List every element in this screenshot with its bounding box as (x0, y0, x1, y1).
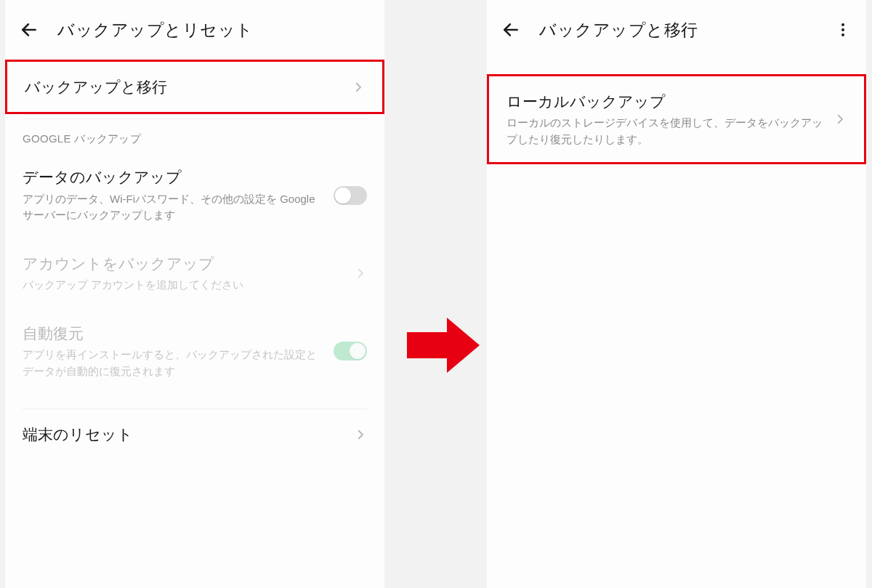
page-title: バックアップとリセット (57, 19, 370, 41)
row-local-backup[interactable]: ローカルバックアップ ローカルのストレージデバイスを使用して、データをバックアッ… (487, 74, 866, 164)
row-title: 端末のリセット (23, 424, 347, 445)
flow-arrow-icon (407, 316, 480, 374)
chevron-right-icon (354, 267, 367, 280)
header-bar: バックアップとリセット (5, 0, 384, 60)
svg-point-5 (841, 33, 844, 36)
row-title: データのバックアップ (23, 166, 326, 188)
chevron-right-icon (352, 81, 365, 94)
row-title: バックアップと移行 (25, 76, 344, 97)
back-arrow-icon[interactable] (20, 20, 39, 39)
row-title: アカウントをバックアップ (23, 253, 347, 274)
chevron-right-icon (354, 428, 367, 441)
screen-backup-migrate: バックアップと移行 ローカルバックアップ ローカルのストレージデバイスを使用して… (487, 0, 866, 588)
row-data-backup[interactable]: データのバックアップ アプリのデータ、Wi-Fiパスワード、その他の設定を Go… (5, 152, 384, 238)
row-device-reset[interactable]: 端末のリセット (5, 409, 384, 459)
row-backup-migrate[interactable]: バックアップと移行 (5, 60, 384, 114)
row-subtitle: ローカルのストレージデバイスを使用して、データをバックアップしたり復元したりしま… (506, 115, 826, 148)
page-title: バックアップと移行 (539, 19, 834, 41)
svg-point-3 (841, 23, 844, 26)
back-arrow-icon[interactable] (501, 20, 520, 39)
header-bar: バックアップと移行 (487, 0, 866, 60)
row-subtitle: バックアップ アカウントを追加してください (23, 277, 347, 294)
section-label-google: GOOGLE バックアップ (5, 119, 384, 152)
row-subtitle: アプリのデータ、Wi-Fiパスワード、その他の設定を Google サーバーにバ… (23, 191, 326, 224)
svg-point-4 (841, 28, 844, 31)
svg-marker-1 (407, 318, 480, 373)
row-subtitle: アプリを再インストールすると、バックアップされた設定とデータが自動的に復元されま… (23, 347, 326, 379)
chevron-right-icon (833, 113, 847, 126)
row-auto-restore: 自動復元 アプリを再インストールすると、バックアップされた設定とデータが自動的に… (5, 308, 384, 394)
row-title: 自動復元 (23, 323, 326, 344)
more-vertical-icon[interactable] (834, 21, 852, 39)
row-title: ローカルバックアップ (506, 91, 826, 112)
screen-backup-reset: バックアップとリセット バックアップと移行 GOOGLE バックアップ データの… (5, 0, 384, 588)
toggle-data-backup[interactable] (334, 186, 367, 205)
toggle-auto-restore (334, 342, 367, 361)
row-account-backup: アカウントをバックアップ バックアップ アカウントを追加してください (5, 238, 384, 308)
